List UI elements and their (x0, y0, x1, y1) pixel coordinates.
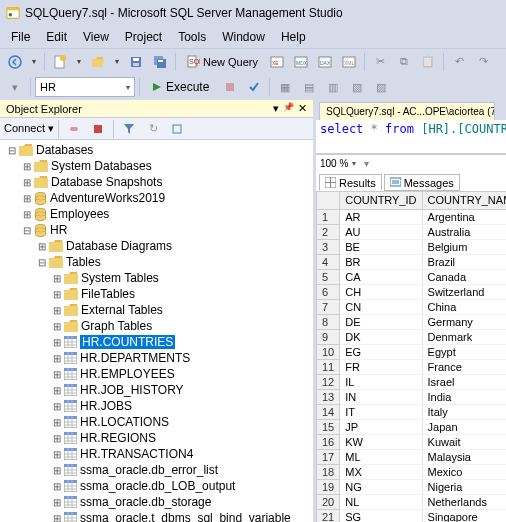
table-row[interactable]: 18MXMexico2 (317, 464, 507, 479)
props-button[interactable] (166, 118, 188, 140)
cell[interactable]: ML (340, 449, 422, 464)
table-row[interactable]: 3BEBelgium1 (317, 239, 507, 254)
object-tree[interactable]: ⊟Databases⊞System Databases⊞Database Sna… (0, 140, 313, 522)
row-header[interactable]: 11 (317, 359, 340, 374)
table-row[interactable]: 6CHSwitzerland1 (317, 284, 507, 299)
cell[interactable]: NL (340, 494, 422, 509)
table-row[interactable]: 1ARArgentina2 (317, 209, 507, 224)
cell[interactable]: Mexico (422, 464, 506, 479)
query-options-button[interactable]: ▧ (346, 76, 368, 98)
expand-icon[interactable]: ⊞ (36, 241, 47, 252)
cell[interactable]: DE (340, 314, 422, 329)
cell[interactable]: Canada (422, 269, 506, 284)
pushpin-icon[interactable]: 📌 (283, 102, 294, 115)
tree-table-7[interactable]: ⊞HR.TRANSACTION4 (0, 446, 313, 462)
menu-file[interactable]: File (4, 28, 37, 46)
copy-button[interactable]: ⧉ (393, 51, 415, 73)
cell[interactable]: Egypt (422, 344, 506, 359)
expand-icon[interactable]: ⊞ (21, 193, 32, 204)
cell[interactable]: CH (340, 284, 422, 299)
undo-button[interactable]: ↶ (448, 51, 470, 73)
filter-button[interactable] (118, 118, 140, 140)
redo-button[interactable]: ↷ (472, 51, 494, 73)
tree-table-0[interactable]: ⊞HR.COUNTRIES (0, 334, 313, 350)
table-row[interactable]: 9DKDenmark1 (317, 329, 507, 344)
row-header[interactable]: 2 (317, 224, 340, 239)
cell[interactable]: MX (340, 464, 422, 479)
sql-editor[interactable]: select * from [HR].[COUNTRIES] (316, 120, 506, 154)
cell[interactable]: Singapore (422, 509, 506, 522)
tree-table-6[interactable]: ⊞HR.REGIONS (0, 430, 313, 446)
menu-project[interactable]: Project (118, 28, 169, 46)
execute-button[interactable]: Execute (144, 76, 217, 98)
row-header[interactable]: 1 (317, 209, 340, 224)
cell[interactable]: AR (340, 209, 422, 224)
cell[interactable]: Kuwait (422, 434, 506, 449)
expand-icon[interactable]: ⊞ (21, 209, 32, 220)
expand-icon[interactable]: ⊞ (51, 289, 62, 300)
cell[interactable]: Japan (422, 419, 506, 434)
cell[interactable]: EG (340, 344, 422, 359)
table-row[interactable]: 11FRFrance1 (317, 359, 507, 374)
table-row[interactable]: 21SGSingapore3 (317, 509, 507, 522)
cell[interactable]: Australia (422, 224, 506, 239)
table-row[interactable]: 13INIndia3 (317, 389, 507, 404)
tree-folder-1[interactable]: ⊞FileTables (0, 286, 313, 302)
table-row[interactable]: 4BRBrazil2 (317, 254, 507, 269)
row-header[interactable]: 6 (317, 284, 340, 299)
row-header[interactable]: 13 (317, 389, 340, 404)
table-row[interactable]: 17MLMalaysia3 (317, 449, 507, 464)
tree-db-diagrams[interactable]: ⊞Database Diagrams (0, 238, 313, 254)
menu-view[interactable]: View (76, 28, 116, 46)
open-button[interactable] (87, 51, 109, 73)
tree-table-3[interactable]: ⊞HR.JOB_HISTORY (0, 382, 313, 398)
database-combo[interactable]: HR ▾ (35, 77, 135, 97)
expand-icon[interactable]: ⊞ (21, 177, 32, 188)
cell[interactable]: Nigeria (422, 479, 506, 494)
tree-table-1[interactable]: ⊞HR.DEPARTMENTS (0, 350, 313, 366)
tab-results[interactable]: Results (319, 174, 382, 191)
expand-icon[interactable]: ⊞ (51, 481, 62, 492)
expand-icon[interactable]: ⊟ (21, 225, 32, 236)
zoom-value[interactable]: 100 % (320, 158, 348, 169)
table-row[interactable]: 7CNChina3 (317, 299, 507, 314)
tree-databases[interactable]: ⊟Databases (0, 142, 313, 158)
expand-icon[interactable]: ⊞ (51, 385, 62, 396)
expand-icon[interactable]: ⊞ (51, 497, 62, 508)
expand-icon[interactable]: ⊞ (51, 433, 62, 444)
menu-tools[interactable]: Tools (171, 28, 213, 46)
cell[interactable]: China (422, 299, 506, 314)
cell[interactable]: France (422, 359, 506, 374)
cell[interactable]: JP (340, 419, 422, 434)
tree-table-5[interactable]: ⊞HR.LOCATIONS (0, 414, 313, 430)
row-header[interactable]: 18 (317, 464, 340, 479)
col-header-0[interactable]: COUNTRY_ID (340, 192, 422, 209)
table-row[interactable]: 16KWKuwait4 (317, 434, 507, 449)
tree-tables[interactable]: ⊟Tables (0, 254, 313, 270)
row-header[interactable]: 19 (317, 479, 340, 494)
row-header[interactable]: 5 (317, 269, 340, 284)
object-type-drop[interactable]: ▾ (4, 76, 26, 98)
cell[interactable]: AU (340, 224, 422, 239)
table-row[interactable]: 5CACanada2 (317, 269, 507, 284)
cell[interactable]: Belgium (422, 239, 506, 254)
new-item-drop[interactable]: ▾ (73, 51, 85, 73)
cell[interactable]: Italy (422, 404, 506, 419)
results-to-text[interactable]: ▨ (370, 76, 392, 98)
tree-db-hr[interactable]: ⊟HR (0, 222, 313, 238)
menu-window[interactable]: Window (215, 28, 272, 46)
tree-table-2[interactable]: ⊞HR.EMPLOYEES (0, 366, 313, 382)
tree-folder-3[interactable]: ⊞Graph Tables (0, 318, 313, 334)
tree-table-8[interactable]: ⊞ssma_oracle.db_error_list (0, 462, 313, 478)
row-header[interactable]: 12 (317, 374, 340, 389)
cell[interactable]: IL (340, 374, 422, 389)
row-header[interactable]: 9 (317, 329, 340, 344)
clientstats-button[interactable]: ▤ (298, 76, 320, 98)
row-header[interactable]: 20 (317, 494, 340, 509)
tree-folder-2[interactable]: ⊞External Tables (0, 302, 313, 318)
expand-icon[interactable]: ⊞ (21, 161, 32, 172)
cell[interactable]: Brazil (422, 254, 506, 269)
tree-table-9[interactable]: ⊞ssma_oracle.db_LOB_output (0, 478, 313, 494)
connect-button[interactable]: Connect ▾ (4, 122, 54, 135)
cell[interactable]: IN (340, 389, 422, 404)
